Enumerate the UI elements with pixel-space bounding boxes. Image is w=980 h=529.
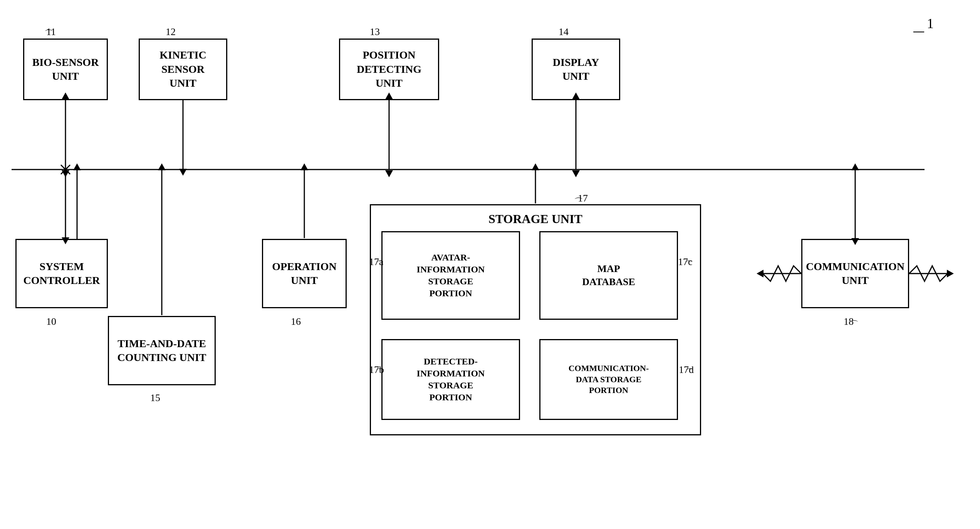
system-controller-box: SYSTEMCONTROLLER bbox=[15, 239, 108, 308]
ref-16: 16 bbox=[291, 316, 301, 327]
svg-marker-15 bbox=[300, 163, 308, 170]
kinetic-sensor-box: KINETICSENSORUNIT bbox=[139, 39, 227, 100]
detected-storage-box: DETECTED-INFORMATIONSTORAGEPORTION bbox=[381, 339, 520, 420]
svg-marker-3 bbox=[62, 170, 69, 177]
ref-1: 1 bbox=[927, 15, 934, 32]
svg-line-4 bbox=[61, 165, 70, 174]
svg-marker-27 bbox=[757, 270, 764, 277]
svg-marker-28 bbox=[947, 270, 954, 277]
svg-marker-18 bbox=[385, 170, 393, 177]
display-box: DISPLAYUNIT bbox=[532, 39, 620, 100]
map-database-box: MAPDATABASE bbox=[539, 231, 678, 320]
svg-marker-20 bbox=[532, 163, 539, 170]
svg-marker-9 bbox=[73, 163, 81, 170]
comm-data-storage-box: COMMUNICATION-DATA STORAGEPORTION bbox=[539, 339, 678, 420]
svg-marker-11 bbox=[179, 169, 187, 176]
operation-box: OPERATIONUNIT bbox=[262, 239, 347, 308]
bio-sensor-box: BIO-SENSORUNIT bbox=[23, 39, 108, 100]
svg-marker-25 bbox=[851, 163, 859, 170]
time-date-box: TIME-AND-DATECOUNTING UNIT bbox=[108, 316, 216, 385]
communication-box: COMMUNICATIONUNIT bbox=[801, 239, 909, 308]
avatar-storage-box: AVATAR-INFORMATIONSTORAGEPORTION bbox=[381, 231, 520, 320]
ref-13: 13 bbox=[370, 26, 380, 38]
diagram: 1 __ BIO-SENSORUNIT 11 ⌒ KINETICSENSORUN… bbox=[0, 0, 980, 529]
svg-marker-13 bbox=[158, 163, 166, 170]
ref-15: 15 bbox=[150, 392, 160, 404]
ref-12: 12 bbox=[166, 26, 176, 38]
ref-14: 14 bbox=[559, 26, 569, 38]
ref-10: 10 bbox=[46, 316, 56, 327]
svg-marker-23 bbox=[572, 170, 580, 177]
position-detecting-box: POSITIONDETECTINGUNIT bbox=[339, 39, 439, 100]
svg-line-5 bbox=[61, 165, 70, 174]
